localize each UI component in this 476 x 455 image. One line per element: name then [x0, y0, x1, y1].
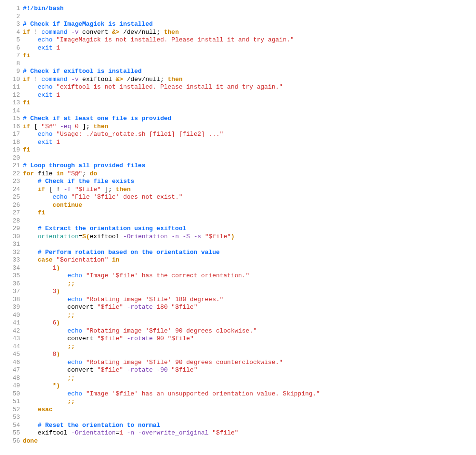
token-purple: -rotate — [127, 366, 153, 374]
token-default: ]; — [101, 186, 116, 193]
code-content: ;; — [23, 343, 466, 351]
line-number: 11 — [10, 83, 20, 91]
token-default — [179, 233, 183, 240]
token-default — [82, 272, 86, 279]
code-line: 1#!/bin/bash — [10, 5, 466, 13]
token-keyword: then — [93, 123, 108, 130]
code-content: echo "Image '$file' has an unsupported o… — [23, 390, 466, 398]
token-keyword: ) — [56, 351, 60, 358]
token-default — [23, 91, 38, 99]
token-keyword: done — [23, 437, 38, 445]
token-default — [23, 202, 52, 209]
code-content: # Check if exiftool is installed — [23, 68, 466, 76]
code-content: fi — [23, 146, 466, 154]
code-content — [23, 241, 466, 249]
code-line: 42 echo "Rotating image '$file' 90 degre… — [10, 327, 466, 335]
code-content: echo "Usage: ./auto_rotate.sh [file1] [f… — [23, 131, 466, 139]
code-line: 50 echo "Image '$file' has an unsupporte… — [10, 390, 466, 398]
line-number: 25 — [10, 193, 20, 202]
line-number: 10 — [10, 76, 20, 84]
token-default — [82, 390, 86, 397]
line-number: 46 — [10, 359, 20, 367]
token-default: exiftool — [79, 76, 116, 83]
code-line: 48 ;; — [10, 374, 466, 383]
token-string: "$file" — [97, 366, 123, 374]
token-string: "$file" — [171, 303, 198, 311]
code-line: 29 # Extract the orientation using exift… — [10, 225, 466, 233]
code-content: for file in "$@"; do — [23, 170, 466, 178]
token-default — [23, 256, 38, 263]
token-default — [23, 131, 38, 138]
code-content: #!/bin/bash — [23, 5, 466, 13]
code-content: if [ "$#" -eq 0 ]; then — [23, 123, 466, 131]
token-string: "$file" — [168, 335, 194, 342]
token-keyword: then — [164, 29, 179, 36]
code-line: 53 — [10, 414, 466, 422]
token-default — [190, 233, 194, 240]
code-content: convert "$file" -rotate -90 "$file" — [23, 366, 466, 374]
line-number: 29 — [10, 225, 20, 233]
code-line: 56done — [10, 437, 466, 445]
token-string: "$#" — [41, 123, 56, 130]
line-number: 50 — [10, 390, 20, 398]
code-content: done — [23, 437, 466, 445]
token-purple: -v — [71, 29, 79, 36]
token-string: "Usage: ./auto_rotate.sh [file1] [file2]… — [56, 131, 223, 138]
token-comment: # Reset the orientation to normal — [38, 422, 160, 429]
token-default — [23, 296, 68, 303]
token-default: [ — [30, 123, 41, 130]
line-number: 8 — [10, 60, 20, 68]
line-number: 45 — [10, 351, 20, 359]
line-number: 48 — [10, 374, 20, 383]
line-number: 24 — [10, 186, 20, 194]
line-number: 36 — [10, 280, 20, 288]
code-line: 46 echo "Rotating image '$file' 90 degre… — [10, 359, 466, 367]
token-default — [23, 406, 38, 413]
token-builtin: command — [41, 76, 68, 83]
token-keyword: &> — [112, 29, 119, 36]
code-line: 40 ;; — [10, 312, 466, 320]
code-line: 3# Check if ImageMagick is installed — [10, 20, 466, 29]
code-line: 16if [ "$#" -eq 0 ]; then — [10, 123, 466, 131]
token-keyword: &> — [116, 76, 123, 83]
token-keyword: ;; — [68, 312, 75, 319]
token-string: "ImageMagick is not installed. Please in… — [56, 36, 294, 43]
token-default — [23, 178, 38, 185]
code-line: 38 echo "Rotating image '$file' 180 degr… — [10, 296, 466, 304]
token-builtin: echo — [68, 272, 82, 279]
token-default: convert — [79, 29, 112, 36]
token-number: 90 — [157, 335, 164, 342]
line-number: 56 — [10, 437, 20, 445]
token-default — [23, 272, 68, 279]
line-number: 37 — [10, 288, 20, 296]
token-string: "$file" — [171, 366, 198, 374]
token-builtin: echo — [38, 36, 52, 43]
token-builtin: echo — [68, 359, 82, 366]
token-purple: -f — [64, 186, 71, 193]
line-number: 2 — [10, 13, 20, 21]
code-content: 1) — [23, 264, 466, 273]
token-purple: -90 — [157, 366, 168, 374]
token-default — [23, 36, 38, 43]
line-number: 40 — [10, 312, 20, 320]
code-line: 43 convert "$file" -rotate 90 "$file" — [10, 335, 466, 343]
token-default: convert — [23, 303, 97, 311]
line-number: 21 — [10, 162, 20, 170]
line-number: 51 — [10, 398, 20, 406]
code-content: convert "$file" -rotate 90 "$file" — [23, 335, 466, 343]
token-var: orientation — [38, 233, 79, 240]
line-number: 4 — [10, 29, 20, 37]
token-comment: # Check if ImageMagick is installed — [23, 20, 153, 28]
token-default: convert — [23, 366, 97, 374]
line-number: 33 — [10, 256, 20, 264]
code-content: echo "File '$file' does not exist." — [23, 193, 466, 202]
token-default: ! — [30, 29, 41, 36]
token-number: 1 — [56, 139, 60, 146]
token-string: "Image '$file' has the correct orientati… — [86, 272, 249, 279]
token-default — [23, 374, 68, 382]
token-default: file — [34, 170, 56, 177]
token-keyword: for — [23, 170, 34, 177]
token-keyword: ;; — [68, 398, 75, 405]
token-keyword: ) — [56, 319, 60, 326]
token-keyword: ) — [56, 264, 60, 272]
